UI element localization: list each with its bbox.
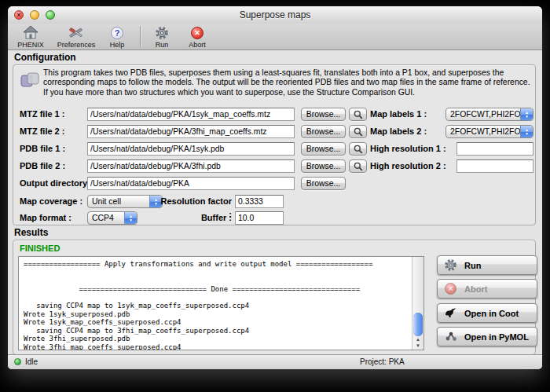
mtz-file-2-row: MTZ file 2 : Browse... Map labels 2 : 2F… <box>13 125 535 138</box>
status-state-label: Idle <box>25 355 38 368</box>
pdb-file-2-inspect-button[interactable] <box>349 159 367 173</box>
program-description: This program takes two PDB files, superp… <box>43 68 532 97</box>
abort-icon: ✕ <box>191 25 204 40</box>
mtz-file-1-row: MTZ file 1 : Browse... Map labels 1 : 2F… <box>13 108 535 121</box>
magnifier-icon <box>354 127 363 137</box>
toolbar-preferences-button[interactable]: Preferences <box>53 25 99 49</box>
output-directory-label: Output directory : <box>20 177 93 190</box>
run-gear-icon <box>444 258 457 272</box>
abort-icon: ✕ <box>444 282 457 295</box>
map-labels-2-dropdown[interactable]: 2FOFCWT,PHI2FOF... ▲▼ <box>446 125 534 138</box>
toolbar-phenix-button[interactable]: PHENIX <box>13 25 49 49</box>
open-in-pymol-button[interactable]: Open in PyMOL <box>437 327 537 346</box>
map-labels-1-dropdown[interactable]: 2FOFCWT,PHI2FOF... ▲▼ <box>446 108 534 121</box>
open-in-coot-button[interactable]: Open in Coot <box>437 303 537 323</box>
map-coverage-dropdown[interactable]: Unit cell ▲▼ <box>87 195 163 208</box>
magnifier-icon <box>354 110 363 119</box>
magnifier-icon <box>354 145 363 154</box>
pdb-file-2-label: PDB file 2 : <box>20 159 65 173</box>
high-resolution-1-label: High resolution 1 : <box>370 142 446 156</box>
pdb-file-1-input[interactable] <box>87 142 295 156</box>
toolbar-divider <box>140 26 141 47</box>
title-bar[interactable]: × Superpose maps <box>8 6 542 24</box>
toolbar-run-button[interactable]: Run <box>148 25 176 49</box>
high-resolution-2-label: High resolution 2 : <box>370 159 446 173</box>
superpose-maps-window: × Superpose maps PHENIX <box>8 6 542 369</box>
dropdown-arrows-icon: ▲▼ <box>520 126 533 137</box>
results-groupbox: FINISHED ================== Apply transf… <box>13 240 536 355</box>
magnifier-icon <box>354 162 363 171</box>
pdb-file-2-browse-button[interactable]: Browse... <box>301 159 346 173</box>
mtz-file-1-browse-button[interactable]: Browse... <box>301 108 346 121</box>
phenix-home-icon <box>23 25 38 40</box>
map-coverage-label: Map coverage : <box>20 195 82 208</box>
configuration-section-title: Configuration <box>14 52 76 63</box>
pdb-file-1-row: PDB file 1 : Browse... High resolution 1… <box>13 142 535 156</box>
toolbar-abort-button[interactable]: ✕ Abort <box>181 25 214 49</box>
toolbar-run-label: Run <box>156 41 169 49</box>
status-bar: Idle Project: PKA <box>8 354 542 369</box>
coot-bird-icon <box>444 306 457 320</box>
run-button[interactable]: Run <box>437 255 537 275</box>
high-resolution-2-input[interactable] <box>456 159 534 173</box>
scroll-up-icon[interactable]: ▲ <box>416 336 420 343</box>
high-resolution-1-input[interactable] <box>456 142 534 156</box>
mtz-file-1-input[interactable] <box>87 108 295 121</box>
pdb-file-2-row: PDB file 2 : Browse... High resolution 2… <box>13 159 535 173</box>
mtz-file-2-inspect-button[interactable] <box>349 125 367 138</box>
mtz-file-2-label: MTZ file 2 : <box>20 125 64 138</box>
preferences-tools-icon <box>68 25 84 40</box>
toolbar-help-label: Help <box>110 41 125 49</box>
idle-status-icon <box>14 358 21 365</box>
mtz-file-1-label: MTZ file 1 : <box>20 108 64 121</box>
log-text: ================== Apply transformations… <box>19 257 424 350</box>
pymol-button-label: Open in PyMOL <box>464 332 529 342</box>
window-title: Superpose maps <box>8 6 542 24</box>
map-format-row: Map format : CCP4 ▲▼ Buffer : <box>13 211 535 225</box>
output-directory-input[interactable] <box>87 177 295 190</box>
run-gear-icon <box>155 25 169 40</box>
status-finished-badge: FINISHED <box>20 244 60 253</box>
mtz-file-1-inspect-button[interactable] <box>349 108 367 121</box>
toolbar-help-button[interactable]: ? Help <box>104 25 130 49</box>
output-directory-row: Output directory : Browse... <box>13 177 535 190</box>
abort-button-label: Abort <box>464 284 487 294</box>
map-coverage-row: Map coverage : Unit cell ▲▼ Resolution f… <box>13 195 535 208</box>
toolbar-preferences-label: Preferences <box>57 41 96 49</box>
configuration-groupbox: This program takes two PDB files, superp… <box>13 64 536 225</box>
pdb-file-2-input[interactable] <box>87 159 295 173</box>
scrollbar-thumb[interactable] <box>413 313 423 337</box>
log-scrollbar[interactable]: ▲ ▼ <box>412 257 424 350</box>
mtz-file-2-browse-button[interactable]: Browse... <box>301 125 346 138</box>
scrollbar-arrows[interactable]: ▲ ▼ <box>412 336 424 349</box>
map-labels-1-label: Map labels 1 : <box>370 108 427 121</box>
map-format-label: Map format : <box>20 211 72 225</box>
program-icon <box>20 70 40 90</box>
dropdown-arrows-icon: ▲▼ <box>520 108 533 120</box>
buffer-label: Buffer : <box>158 211 232 225</box>
resolution-factor-input[interactable] <box>235 195 284 208</box>
log-output-area[interactable]: ================== Apply transformations… <box>18 256 424 350</box>
mtz-file-2-input[interactable] <box>87 125 295 138</box>
buffer-input[interactable] <box>235 211 284 225</box>
results-section-title: Results <box>14 227 48 238</box>
output-directory-browse-button[interactable]: Browse... <box>301 177 346 190</box>
map-labels-2-label: Map labels 2 : <box>370 125 427 138</box>
project-label: Project: PKA <box>360 355 405 368</box>
pdb-file-1-inspect-button[interactable] <box>349 142 367 156</box>
toolbar: PHENIX Preferences ? Help <box>8 24 542 50</box>
run-button-label: Run <box>464 261 481 270</box>
toolbar-phenix-label: PHENIX <box>17 41 44 49</box>
pdb-file-1-label: PDB file 1 : <box>20 142 65 156</box>
help-icon: ? <box>111 25 123 40</box>
map-format-dropdown[interactable]: CCP4 ▲▼ <box>87 211 138 225</box>
dropdown-arrows-icon: ▲▼ <box>124 212 137 224</box>
abort-button[interactable]: ✕ Abort <box>437 279 537 299</box>
scroll-down-icon[interactable]: ▼ <box>416 343 420 349</box>
pymol-molecule-icon <box>444 330 457 343</box>
toolbar-abort-label: Abort <box>189 41 206 49</box>
coot-button-label: Open in Coot <box>464 309 519 318</box>
pdb-file-1-browse-button[interactable]: Browse... <box>301 142 346 156</box>
